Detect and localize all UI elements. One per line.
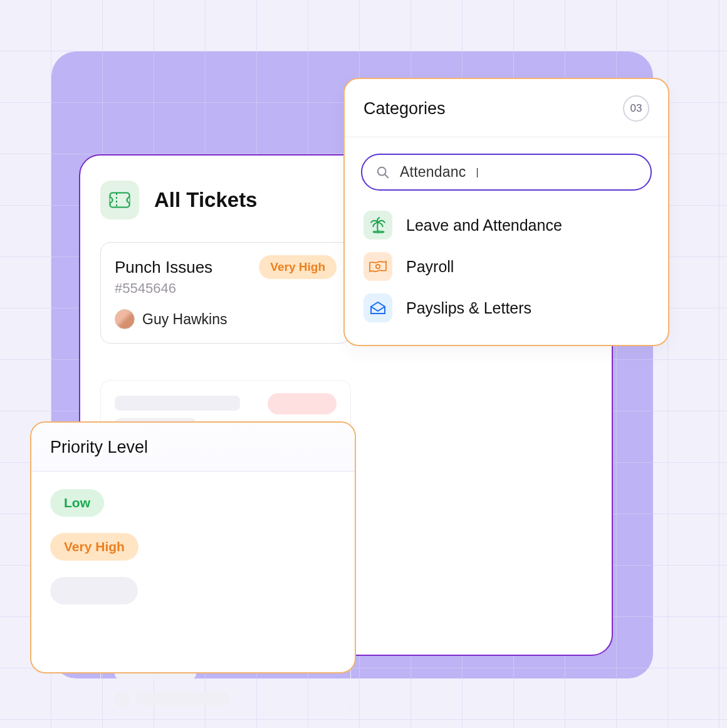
category-label: Payroll xyxy=(406,258,454,276)
priority-header: Priority Level xyxy=(31,423,355,472)
category-label: Leave and Attendance xyxy=(406,216,562,235)
category-item-payroll[interactable]: Payroll xyxy=(361,246,652,287)
categories-header: Categories 03 xyxy=(345,79,668,137)
search-icon xyxy=(376,166,390,179)
priority-title: Priority Level xyxy=(50,438,336,457)
category-item-payslips[interactable]: Payslips & Letters xyxy=(361,287,652,329)
ticket-icon xyxy=(109,192,130,208)
ticket-assignee: Guy Hawkins xyxy=(115,309,337,329)
palm-tree-icon xyxy=(363,211,392,240)
avatar xyxy=(115,309,135,329)
category-label: Payslips & Letters xyxy=(406,299,531,317)
tickets-title: All Tickets xyxy=(154,188,257,212)
ticket-id: #5545646 xyxy=(115,280,337,297)
priority-chip-very-high[interactable]: Very High xyxy=(50,533,139,561)
assignee-name: Guy Hawkins xyxy=(142,311,227,328)
envelope-icon xyxy=(363,293,392,322)
priority-chip-skeleton xyxy=(50,577,138,604)
svg-point-4 xyxy=(373,231,384,233)
categories-count-badge: 03 xyxy=(623,95,649,122)
ticket-name: Punch Issues xyxy=(115,258,212,277)
priority-badge: Very High xyxy=(259,255,337,279)
svg-point-5 xyxy=(376,265,380,268)
priority-chip-low[interactable]: Low xyxy=(50,489,104,517)
ticket-item[interactable]: Punch Issues Very High #5545646 Guy Hawk… xyxy=(100,242,351,344)
svg-line-3 xyxy=(385,174,388,177)
categories-search-input[interactable]: Attendanc | xyxy=(361,154,652,191)
priority-popover: Priority Level Low Very High xyxy=(30,421,356,673)
categories-title: Categories xyxy=(363,99,446,119)
categories-popover: Categories 03 Attendanc | Leave and Atte… xyxy=(343,78,669,346)
money-icon xyxy=(363,252,392,281)
text-cursor: | xyxy=(476,167,478,178)
category-item-leave[interactable]: Leave and Attendance xyxy=(361,204,652,246)
search-value: Attendanc xyxy=(400,164,466,181)
tickets-icon-wrap xyxy=(100,181,139,219)
